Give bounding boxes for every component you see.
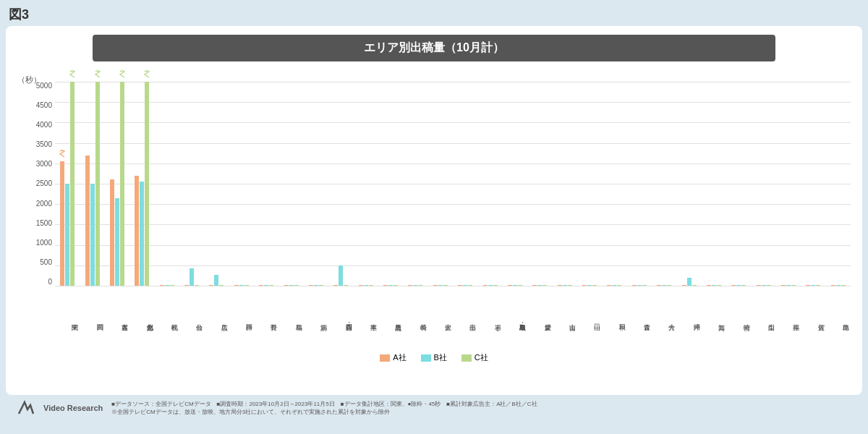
bar-group bbox=[652, 82, 676, 286]
legend-label-c: C社 bbox=[475, 352, 488, 363]
bar-group bbox=[328, 82, 353, 286]
y-ticks: 5000 4500 4000 3500 3000 2500 2000 1500 … bbox=[36, 82, 55, 286]
x-label: 富山 bbox=[553, 286, 577, 349]
bar-group bbox=[378, 82, 403, 286]
legend-item-c: C社 bbox=[461, 352, 488, 363]
legend-label-b: B社 bbox=[434, 352, 447, 363]
bar-group bbox=[453, 82, 477, 286]
legend-color-c bbox=[461, 354, 472, 362]
bar-group bbox=[702, 82, 726, 286]
y-tick: 0 bbox=[48, 278, 52, 286]
bar-group bbox=[105, 82, 129, 286]
y-tick: 4000 bbox=[36, 121, 52, 129]
x-label: 新潟 bbox=[304, 286, 328, 349]
bar-group bbox=[204, 82, 229, 286]
x-label: 高知 bbox=[702, 286, 726, 349]
x-label: 愛媛 bbox=[527, 286, 552, 349]
x-label: 岡山・香川 bbox=[328, 286, 353, 349]
chart-plot: 関東関西名古屋北部九州札幌仙台広島静岡長野福島新潟岡山・香川熊本鹿児島長崎金沢山… bbox=[55, 67, 851, 349]
x-label: 静岡 bbox=[229, 286, 254, 349]
bar-group bbox=[304, 82, 328, 286]
x-label: 鹿児島 bbox=[378, 286, 403, 349]
x-label: 関西 bbox=[80, 286, 104, 349]
bar-overflow-indicator bbox=[119, 70, 125, 83]
bar bbox=[90, 184, 95, 286]
bar bbox=[145, 82, 149, 286]
bar-group bbox=[776, 82, 801, 286]
x-label: 青森 bbox=[627, 286, 652, 349]
y-tick: 1500 bbox=[36, 219, 52, 227]
bar-group bbox=[403, 82, 427, 286]
chart-card: エリア別出稿量（10月計） （秒） 5000 4500 4000 3500 30… bbox=[6, 26, 862, 395]
footer-note: ■データソース：全国テレビCMデータ ■調査時期：2023年10月2日～2023… bbox=[111, 400, 851, 416]
y-tick: 2500 bbox=[36, 179, 52, 187]
legend-color-b bbox=[421, 354, 431, 362]
x-label: 岩手 bbox=[477, 286, 502, 349]
bar-overflow-indicator bbox=[69, 70, 75, 83]
x-label: 徳島 bbox=[826, 286, 851, 349]
bar bbox=[65, 184, 69, 286]
footer: Video Research ■データソース：全国テレビCMデータ ■調査時期：… bbox=[6, 395, 862, 421]
chart-area: （秒） 5000 4500 4000 3500 3000 2500 2000 1… bbox=[17, 67, 851, 349]
bar-group bbox=[503, 82, 527, 286]
x-label: 鳥取・島根 bbox=[503, 286, 527, 349]
bar-group bbox=[676, 82, 701, 286]
x-label: 沖縄 bbox=[676, 286, 701, 349]
bar-overflow-indicator bbox=[144, 70, 150, 83]
bar bbox=[95, 82, 100, 286]
x-label: 熊本 bbox=[354, 286, 378, 349]
bar-group bbox=[477, 82, 502, 286]
bar bbox=[140, 182, 144, 286]
bar bbox=[115, 198, 119, 286]
bar-group bbox=[129, 82, 154, 286]
legend-color-a bbox=[380, 354, 390, 362]
brand-name: Video Research bbox=[43, 404, 103, 412]
bar-group bbox=[428, 82, 453, 286]
x-label: 佐賀 bbox=[801, 286, 825, 349]
y-tick: 2000 bbox=[36, 200, 52, 208]
x-label: 宮崎 bbox=[726, 286, 751, 349]
page-container: 図3 エリア別出稿量（10月計） （秒） 5000 4500 4000 3500… bbox=[0, 0, 868, 434]
bar bbox=[214, 275, 218, 286]
bar-group bbox=[254, 82, 278, 286]
bar bbox=[110, 179, 114, 286]
bar-group bbox=[752, 82, 776, 286]
bar-group bbox=[553, 82, 577, 286]
x-label: 関東 bbox=[55, 286, 80, 349]
bar-group bbox=[826, 82, 851, 286]
x-label: 北部九州 bbox=[129, 286, 154, 349]
x-label: 山口 bbox=[577, 286, 602, 349]
x-label: 長崎 bbox=[403, 286, 427, 349]
bar-group bbox=[577, 82, 602, 286]
x-label: 札幌 bbox=[155, 286, 179, 349]
bar bbox=[70, 82, 75, 286]
bar-group bbox=[229, 82, 254, 286]
bar bbox=[120, 82, 124, 286]
y-tick: 500 bbox=[40, 258, 52, 266]
x-label: 福井 bbox=[776, 286, 801, 349]
legend-item-a: A社 bbox=[380, 352, 406, 363]
bar-overflow-indicator bbox=[59, 150, 65, 163]
bar bbox=[339, 265, 343, 286]
chart-legend: A社 B社 C社 bbox=[17, 352, 851, 363]
bar-overflow-indicator bbox=[95, 70, 101, 83]
bar bbox=[135, 176, 139, 286]
y-tick: 1000 bbox=[36, 239, 52, 247]
x-label: 福島 bbox=[278, 286, 303, 349]
legend-item-b: B社 bbox=[421, 352, 447, 363]
bar-group bbox=[527, 82, 552, 286]
x-label: 長野 bbox=[254, 286, 278, 349]
y-axis-container: （秒） 5000 4500 4000 3500 3000 2500 2000 1… bbox=[17, 67, 55, 349]
x-label: 広島 bbox=[204, 286, 229, 349]
bar-group bbox=[354, 82, 378, 286]
y-tick: 3000 bbox=[36, 160, 52, 168]
bar-group bbox=[801, 82, 825, 286]
x-label: 山形 bbox=[453, 286, 477, 349]
x-label: 金沢 bbox=[428, 286, 453, 349]
vr-logo: Video Research bbox=[17, 399, 103, 417]
bar bbox=[60, 161, 64, 286]
xlabels-container: 関東関西名古屋北部九州札幌仙台広島静岡長野福島新潟岡山・香川熊本鹿児島長崎金沢山… bbox=[55, 286, 851, 349]
legend-label-a: A社 bbox=[393, 352, 406, 363]
y-tick: 3500 bbox=[36, 140, 52, 148]
bar-group bbox=[80, 82, 104, 286]
